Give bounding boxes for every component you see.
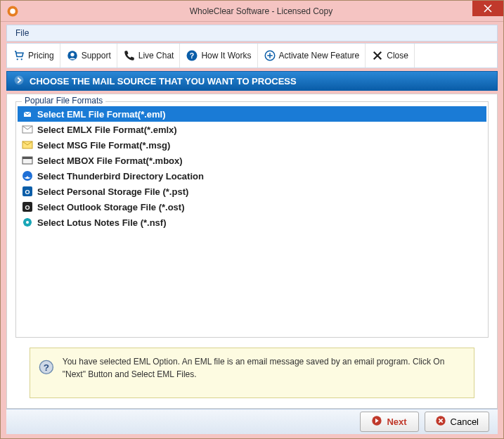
footer-bar: Next Cancel (6, 409, 498, 434)
format-option[interactable]: Select MBOX File Format(*.mbox) (18, 153, 486, 168)
format-option[interactable]: OSelect Personal Storage File (*.pst) (18, 184, 486, 199)
support-button[interactable]: Support (60, 44, 117, 68)
format-option-label: Select EML File Format(*.eml) (37, 109, 166, 120)
emlx-icon (22, 124, 33, 135)
format-option[interactable]: Select Lotus Notes File (*.nsf) (18, 215, 486, 230)
info-box: ? You have selected EML Option. An EML f… (30, 348, 474, 398)
format-option[interactable]: OSelect Outlook Storage File (*.ost) (18, 199, 486, 215)
svg-point-5 (70, 53, 74, 56)
menubar: File (6, 25, 498, 42)
svg-text:?: ? (190, 51, 194, 60)
app-window: WholeClear Software - Licensed Copy File… (0, 0, 504, 439)
eml-icon (22, 108, 33, 120)
format-option-list: Select EML File Format(*.eml)Select EMLX… (18, 106, 486, 230)
support-label: Support (82, 51, 111, 61)
format-option-label: Select Personal Storage File (*.pst) (37, 186, 188, 197)
howitworks-label: How It Works (201, 51, 251, 61)
format-option-label: Select EMLX File Format(*.emlx) (37, 125, 177, 135)
svg-point-1 (10, 8, 15, 14)
content-panel: Popular File Formats Select EML File For… (6, 94, 498, 409)
howitworks-button[interactable]: ? How It Works (180, 44, 257, 68)
headset-icon (66, 49, 79, 62)
arrow-right-icon (14, 75, 24, 87)
toolbar-close-label: Close (387, 51, 408, 61)
question-icon: ? (186, 49, 198, 62)
thunderbird-icon (22, 170, 33, 182)
activate-label: Activate New Feature (279, 51, 360, 61)
next-label: Next (387, 416, 406, 427)
next-arrow-icon (371, 415, 382, 428)
section-header: CHOOSE THE MAIL SOURCE THAT YOU WANT TO … (6, 71, 498, 91)
format-option-label: Select MSG File Format(*.msg) (37, 140, 170, 151)
cart-icon (13, 49, 25, 62)
plus-circle-icon (264, 49, 276, 62)
format-option[interactable]: Select EMLX File Format(*.emlx) (18, 122, 486, 137)
nsf-icon (22, 217, 33, 228)
cancel-label: Cancel (451, 416, 479, 427)
fieldset-legend: Popular File Formats (22, 96, 105, 106)
info-question-icon: ? (39, 360, 54, 379)
pricing-button[interactable]: Pricing (7, 44, 60, 68)
svg-rect-15 (22, 157, 32, 159)
livechat-button[interactable]: Live Chat (117, 44, 181, 68)
app-icon (6, 5, 19, 18)
window-title: WholeClear Software - Licensed Copy (19, 6, 503, 16)
cancel-button[interactable]: Cancel (425, 412, 489, 432)
phone-icon (123, 49, 136, 62)
format-option-label: Select Thunderbird Directory Location (37, 171, 204, 182)
svg-point-9 (15, 75, 24, 84)
svg-text:?: ? (44, 362, 49, 373)
format-option[interactable]: Select Thunderbird Directory Location (18, 168, 486, 184)
svg-point-2 (17, 58, 18, 60)
pst-icon: O (22, 186, 33, 197)
svg-text:O: O (25, 189, 30, 196)
close-icon (484, 4, 492, 13)
format-option-label: Select Lotus Notes File (*.nsf) (37, 217, 166, 228)
next-button[interactable]: Next (360, 412, 419, 432)
format-option[interactable]: Select MSG File Format(*.msg) (18, 137, 486, 153)
mbox-icon (22, 155, 33, 166)
format-option-label: Select MBOX File Format(*.mbox) (37, 155, 183, 166)
file-formats-fieldset: Popular File Formats Select EML File For… (15, 101, 489, 338)
window-close-button[interactable] (472, 1, 503, 16)
svg-point-22 (26, 221, 29, 224)
menu-file[interactable]: File (11, 27, 33, 39)
format-option[interactable]: Select EML File Format(*.eml) (18, 106, 486, 122)
svg-point-3 (21, 58, 22, 60)
info-text: You have selected EML Option. An EML fil… (63, 355, 465, 381)
svg-text:O: O (25, 204, 30, 211)
toolbar-close-button[interactable]: Close (366, 44, 415, 68)
section-header-text: CHOOSE THE MAIL SOURCE THAT YOU WANT TO … (30, 76, 297, 87)
cancel-icon (435, 415, 446, 428)
pricing-label: Pricing (28, 51, 54, 61)
format-option-label: Select Outlook Storage File (*.ost) (37, 202, 184, 212)
ost-icon: O (22, 201, 33, 212)
x-icon (371, 49, 384, 62)
toolbar: Pricing Support Live Chat ? How It Works… (6, 43, 498, 68)
livechat-label: Live Chat (138, 51, 174, 61)
activate-button[interactable]: Activate New Feature (258, 44, 366, 68)
titlebar: WholeClear Software - Licensed Copy (1, 1, 503, 22)
msg-icon (22, 139, 33, 151)
